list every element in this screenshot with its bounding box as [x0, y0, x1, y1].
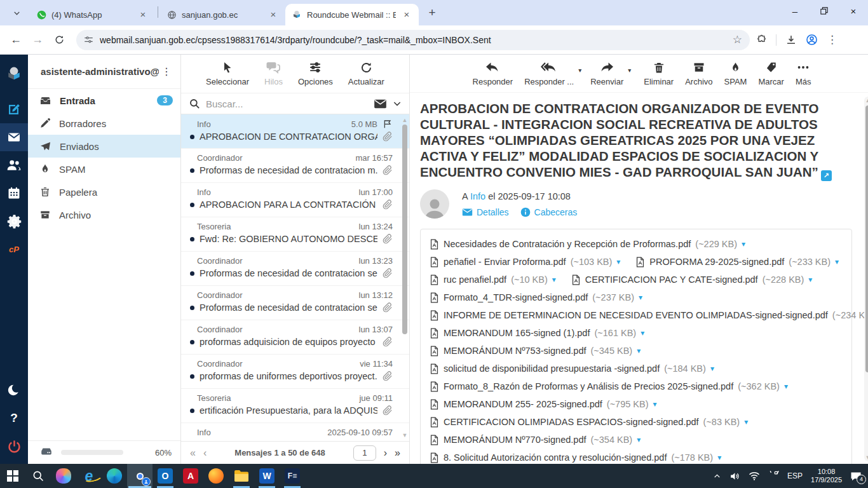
search-options-chevron-icon[interactable] — [393, 99, 402, 108]
notification-center-button[interactable]: 4 — [850, 471, 862, 482]
attachment-menu-caret[interactable]: ▾ — [552, 275, 556, 284]
tab-whatsapp[interactable]: (4) WhatsApp × — [31, 4, 155, 25]
chrome-button[interactable] — [127, 464, 153, 488]
folder-drafts[interactable]: Borradores — [28, 112, 180, 135]
message-row[interactable]: Info2025-09-10 09:57 — [181, 423, 409, 441]
account-menu-icon[interactable]: ⋮ — [159, 65, 174, 78]
contacts-nav-button[interactable] — [0, 151, 28, 179]
volume-icon[interactable] — [729, 471, 740, 482]
attachment[interactable]: Necesidades de Contratación y Recepción … — [430, 235, 745, 253]
tab-close-icon[interactable]: × — [268, 9, 279, 20]
attachment[interactable]: PROFORMA 29-2025-signed.pdf(~233 KB)▾ — [635, 253, 839, 271]
attachment[interactable]: MEMORÁNDUM Nº770-signed.pdf(~354 KB)▾ — [430, 431, 641, 449]
reload-button[interactable] — [50, 30, 69, 50]
settings-nav-button[interactable] — [0, 207, 28, 235]
attachment-menu-caret[interactable]: ▾ — [616, 257, 620, 266]
taskbar-search-button[interactable] — [25, 464, 51, 488]
dark-mode-icon[interactable] — [0, 376, 28, 404]
attachment-menu-caret[interactable]: ▾ — [639, 293, 642, 302]
attachment[interactable]: peñafiel - Enviar Proforma.pdf(~103 KB)▾ — [430, 253, 620, 271]
attachment-menu-caret[interactable]: ▾ — [835, 257, 839, 266]
attachment[interactable]: Formato_8_Razón de Proformas y Análisis … — [430, 377, 788, 395]
file-explorer-button[interactable] — [229, 464, 254, 488]
compose-button[interactable] — [0, 95, 28, 123]
language-indicator[interactable]: ESP — [787, 471, 803, 480]
firefox-button[interactable] — [203, 464, 229, 488]
message-row[interactable]: Coordinadorlun 13:12 Proformas de necesi… — [181, 286, 409, 320]
message-row[interactable]: Info5.0 MB APROBACION DE CONTRATACION OR… — [181, 114, 409, 149]
attachment[interactable]: INFORME DE DETERMINACION DE NECESIDAD EV… — [430, 306, 868, 324]
attachment-menu-caret[interactable]: ▾ — [784, 382, 788, 391]
browser-menu-icon[interactable]: ⋮ — [827, 33, 837, 46]
details-link[interactable]: Detalles — [462, 207, 509, 217]
recipient-link[interactable]: Info — [470, 191, 485, 201]
folder-sent[interactable]: Enviados — [28, 135, 180, 158]
folder-archive[interactable]: Archivo — [28, 203, 180, 226]
refresh-button[interactable]: Actualizar — [348, 59, 384, 93]
mark-button[interactable]: Marcar — [758, 59, 783, 92]
tab-close-icon[interactable]: × — [137, 9, 149, 20]
attachment-menu-caret[interactable]: ▾ — [641, 329, 644, 337]
acrobat-button[interactable]: A — [178, 464, 203, 488]
address-bar[interactable]: webmail.sanjuan.gob.ec/cpsess1988317614/… — [76, 30, 750, 50]
folder-spam[interactable]: SPAM — [28, 158, 180, 180]
open-in-new-window-icon[interactable]: ↗ — [821, 170, 832, 181]
attachment[interactable]: 8. Solicitud Autorización contra y resol… — [430, 449, 721, 464]
fes-app-button[interactable]: F≡ — [280, 464, 305, 488]
internet-explorer-button[interactable]: e — [76, 464, 102, 488]
help-icon[interactable]: ? — [0, 404, 28, 432]
attachment-menu-caret[interactable]: ▾ — [710, 364, 714, 373]
tab-roundcube-active[interactable]: Roundcube Webmail :: Enviados × — [285, 4, 419, 25]
outlook-button[interactable]: O — [153, 464, 178, 488]
copilot-button[interactable] — [51, 464, 76, 488]
meet-now-icon[interactable] — [768, 471, 779, 482]
attachment-menu-caret[interactable]: ▾ — [808, 275, 812, 284]
scroll-down-icon[interactable]: ▼ — [402, 432, 408, 438]
tab-search-chevron-icon[interactable] — [8, 4, 25, 22]
new-tab-button[interactable]: + — [424, 4, 440, 21]
scroll-up-icon[interactable]: ▲ — [864, 97, 868, 104]
scrollbar-thumb[interactable] — [865, 105, 868, 372]
scroll-down-icon[interactable]: ▼ — [864, 454, 868, 461]
start-button[interactable] — [0, 464, 25, 488]
archive-button[interactable]: Archivo — [685, 59, 712, 92]
message-row[interactable]: Coordinadorvie 11:34 proformas de unifor… — [181, 355, 409, 389]
attachment-menu-caret[interactable]: ▾ — [742, 240, 745, 248]
cpanel-logo[interactable]: cP — [0, 235, 28, 263]
list-scrollbar[interactable]: ▲ ▼ — [402, 116, 408, 440]
logout-power-icon[interactable] — [0, 432, 28, 460]
taskbar-clock[interactable]: 10:08 17/9/2025 — [811, 468, 842, 484]
scroll-up-icon[interactable]: ▲ — [402, 117, 408, 123]
message-row[interactable]: Coordinadorlun 13:23 Proformas de necesi… — [181, 252, 409, 286]
forward-button[interactable]: → — [28, 30, 47, 50]
message-row[interactable]: Coordinadormar 16:57 Proformas de necesi… — [181, 149, 409, 183]
attachment-menu-caret[interactable]: ▾ — [637, 435, 641, 444]
attachment[interactable]: MEMORÁNDUM Nº753-signed.pdf(~345 KB)▾ — [430, 342, 641, 360]
attachment[interactable]: ruc penafiel.pdf(~10 KB)▾ — [430, 271, 556, 288]
tab-sanjuan[interactable]: sanjuan.gob.ec × — [161, 4, 285, 25]
calendar-nav-button[interactable] — [0, 179, 28, 207]
attachment[interactable]: CERTIFICACION OLIMPIADAS ESPACIOS-signed… — [430, 413, 748, 431]
message-row[interactable]: Tesoreriajue 09:11 ertificación Presupue… — [181, 389, 409, 423]
select-button[interactable]: Seleccionar — [206, 59, 249, 93]
back-button[interactable]: ← — [6, 30, 25, 50]
flag-icon[interactable] — [383, 119, 393, 129]
message-row[interactable]: Coordinadorlun 13:07 proformas adquisici… — [181, 320, 409, 355]
options-button[interactable]: Opciones — [298, 59, 333, 93]
attachment[interactable]: MEMORANDUM 255- 2025-signed.pdf(~795 KB)… — [430, 395, 657, 413]
window-restore-button[interactable] — [810, 0, 839, 22]
attachment[interactable]: Formato_4_TDR-signed-signed.pdf(~237 KB)… — [430, 288, 642, 306]
attachment-menu-caret[interactable]: ▾ — [717, 453, 721, 462]
window-close-button[interactable]: × — [839, 0, 868, 22]
site-settings-icon[interactable] — [84, 35, 93, 44]
profile-icon[interactable] — [806, 34, 818, 46]
scrollbar-thumb[interactable] — [402, 125, 407, 334]
bookmark-star-icon[interactable]: ☆ — [733, 33, 742, 46]
message-row[interactable]: Infolun 17:00 APROBACION PARA LA CONTRAT… — [181, 183, 409, 217]
edge-button[interactable] — [102, 464, 127, 488]
extensions-icon[interactable] — [756, 34, 767, 45]
reply-all-button[interactable]: Responder ... ▾ — [524, 59, 574, 92]
attachment[interactable]: MEMORANDUM 165-signed (1).pdf(~161 KB)▾ — [430, 324, 644, 342]
search-input[interactable] — [206, 98, 368, 109]
prev-page-icon[interactable]: ‹ — [203, 447, 207, 459]
